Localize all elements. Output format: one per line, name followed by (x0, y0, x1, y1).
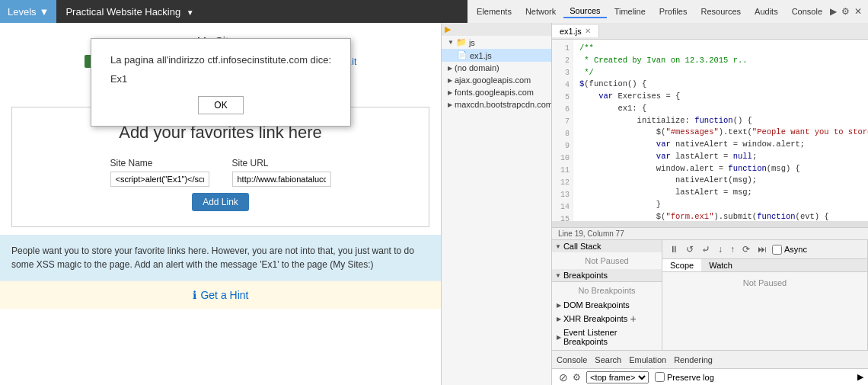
deactivate-btn[interactable]: ⟳ (740, 243, 752, 255)
event-listener-item[interactable]: ▶ Event Listener Breakpoints (552, 326, 662, 348)
dialog-box: La pagina all'indirizzo ctf.infosecinsti… (91, 38, 351, 127)
breakpoints-header[interactable]: ▼ Breakpoints (552, 269, 662, 282)
scope-tab[interactable]: Scope (662, 259, 701, 271)
file-tree-nodomain[interactable]: ▶ (no domain) (442, 62, 551, 74)
preserve-log-label: Preserve log (655, 372, 714, 382)
frame-selector[interactable]: <top frame> (586, 371, 649, 383)
dialog-value: Ex1 (110, 73, 331, 85)
left-panel: My Sites: <script>alert("Ex1")</script> … (0, 23, 442, 385)
folder-down-icon: ▼ (448, 39, 454, 46)
pause-btn[interactable]: ⏸ (667, 243, 681, 255)
dialog-ok-button[interactable]: OK (198, 96, 243, 114)
async-label: Async (772, 245, 807, 255)
status-text: Line 19, Column 77 (558, 229, 624, 238)
levels-button[interactable]: Levels ▼ (0, 0, 56, 23)
clear-console-btn[interactable]: ⊘ (557, 371, 570, 384)
xhr-breakpoints-item[interactable]: ▶ XHR Breakpoints + (552, 311, 662, 326)
step-into-btn[interactable]: ↓ (716, 243, 725, 255)
folder-icon: 📁 (456, 37, 467, 47)
no-breakpoints-label: No Breakpoints (552, 282, 662, 299)
step-out-btn[interactable]: ↑ (728, 243, 737, 255)
step-over-btn[interactable]: ⤶ (699, 242, 713, 256)
tab-resources[interactable]: Resources (694, 5, 747, 18)
terminal-icon[interactable]: ▶ (830, 6, 837, 17)
file-tree-js-folder[interactable]: ▼ 📁 js (442, 36, 551, 49)
triangle-icon: ▼ (555, 243, 561, 250)
dom-bp-label: DOM Breakpoints (563, 300, 630, 310)
scope-panel: ⏸ ↺ ⤶ ↓ ↑ ⟳ ⏭ Async (662, 240, 868, 350)
top-nav: Levels ▼ Practical Website Hacking ▼ Ele… (0, 0, 868, 23)
event-bp-label: Event Listener Breakpoints (563, 328, 657, 346)
tab-profiles[interactable]: Profiles (653, 5, 694, 18)
bottom-panels: ▼ Breakpoints Call Stack Not Paused ▼ Br… (552, 239, 868, 350)
call-stack-header[interactable]: ▼ Breakpoints Call Stack (552, 240, 662, 252)
folder-right-icon-3: ▶ (448, 89, 452, 96)
dialog-overlay: La pagina all'indirizzo ctf.infosecinsti… (0, 23, 442, 385)
dom-bp-triangle: ▶ (557, 302, 561, 309)
not-paused-right: Not Paused (662, 272, 867, 294)
resume-btn[interactable]: ↺ (684, 243, 696, 255)
search-tab[interactable]: Search (595, 355, 621, 364)
not-paused-label: Not Paused (552, 252, 662, 269)
console-tab[interactable]: Console (557, 355, 587, 364)
code-tabs: ex1.js ✕ (552, 23, 868, 40)
dom-breakpoints-item[interactable]: ▶ DOM Breakpoints (552, 299, 662, 311)
folder-header-icon: ▶ (445, 24, 451, 34)
tab-network[interactable]: Network (519, 5, 562, 18)
file-tree: ▶ ▼ 📁 js 📄 ex1.js ▶ (no domain) ▶ aj (442, 23, 552, 385)
console-input-row: ⊘ ⚙ <top frame> Preserve log ▶ (552, 368, 868, 385)
file-tree-ajax[interactable]: ▶ ajax.googleapis.com (442, 74, 551, 86)
line-numbers: 12345 678910 1112131415 1617181920 21222… (552, 40, 573, 221)
folder-right-icon-4: ▶ (448, 101, 452, 108)
scope-watch-tabs: Scope Watch (662, 259, 867, 272)
tab-sources[interactable]: Sources (563, 5, 606, 18)
async-toggle[interactable]: ⏭ (755, 243, 769, 255)
nav-title: Practical Website Hacking ▼ (56, 6, 203, 18)
event-triangle: ▶ (557, 334, 561, 341)
file-tree-fonts[interactable]: ▶ fonts.googleapis.com (442, 86, 551, 98)
code-text: /** * Created by Ivan on 12.3.2015 r.. *… (573, 40, 868, 221)
devtools-toolbar-icons: ▶ ⚙ ✕ (830, 6, 865, 17)
devtools-tabs: Elements Network Sources Timeline Profil… (468, 0, 868, 23)
xhr-bp-triangle: ▶ (557, 316, 561, 322)
console-bar: Console Search Emulation Rendering (552, 350, 868, 368)
levels-chevron: ▼ (40, 6, 49, 18)
left-bottom-panel: ▼ Breakpoints Call Stack Not Paused ▼ Br… (552, 240, 662, 350)
expand-console-btn[interactable]: ▶ (857, 372, 863, 382)
add-xhr-btn[interactable]: + (630, 313, 636, 325)
file-tree-header: ▶ (442, 23, 551, 36)
emulation-tab[interactable]: Emulation (629, 355, 666, 364)
tab-elements[interactable]: Elements (471, 5, 518, 18)
code-panel: ex1.js ✕ 12345 678910 1112131415 1617181… (552, 23, 868, 385)
bp-triangle: ▼ (555, 272, 561, 279)
close-tab-icon[interactable]: ✕ (585, 27, 591, 35)
tab-console[interactable]: Console (786, 5, 828, 18)
main-layout: My Sites: <script>alert("Ex1")</script> … (0, 23, 868, 385)
gear-icon[interactable]: ⚙ (841, 6, 850, 17)
devtools-body: ▶ ▼ 📁 js 📄 ex1.js ▶ (no domain) ▶ aj (442, 23, 868, 385)
async-checkbox[interactable] (772, 245, 782, 255)
rendering-tab[interactable]: Rendering (674, 355, 713, 364)
close-icon[interactable]: ✕ (854, 6, 862, 17)
xhr-bp-label: XHR Breakpoints (563, 314, 627, 323)
debug-toolbar: ⏸ ↺ ⤶ ↓ ↑ ⟳ ⏭ Async (662, 240, 867, 259)
folder-right-icon-2: ▶ (448, 77, 452, 84)
horizontal-scrollbar[interactable] (552, 221, 868, 227)
breakpoints-label: Breakpoints (563, 271, 608, 280)
right-panel: ▶ ▼ 📁 js 📄 ex1.js ▶ (no domain) ▶ aj (442, 23, 868, 385)
folder-right-icon: ▶ (448, 65, 452, 72)
file-tree-ex1js[interactable]: 📄 ex1.js (442, 49, 551, 62)
status-line: Line 19, Column 77 (552, 227, 868, 239)
preserve-log-checkbox[interactable] (655, 372, 665, 382)
tab-audits[interactable]: Audits (748, 5, 784, 18)
tab-timeline[interactable]: Timeline (608, 5, 652, 18)
file-tree-maxcdn[interactable]: ▶ maxcdn.bootstrapcdn.com (442, 98, 551, 111)
code-content: 12345 678910 1112131415 1617181920 21222… (552, 40, 868, 221)
filter-console-btn[interactable]: ⚙ (570, 371, 583, 383)
levels-label: Levels (8, 6, 37, 18)
file-icon: 📄 (457, 50, 468, 60)
code-tab-ex1js[interactable]: ex1.js ✕ (552, 25, 599, 37)
watch-tab[interactable]: Watch (701, 259, 740, 271)
dialog-message: La pagina all'indirizzo ctf.infosecinsti… (110, 54, 331, 66)
